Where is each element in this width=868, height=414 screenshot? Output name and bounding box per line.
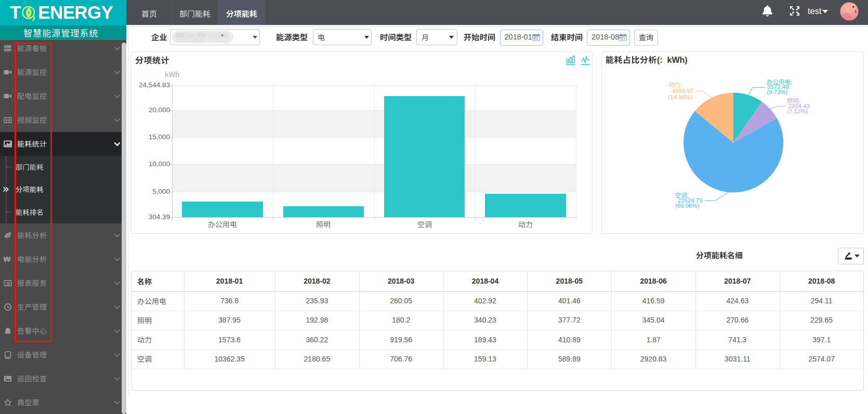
svg-text:₩: ₩ [4, 255, 11, 263]
